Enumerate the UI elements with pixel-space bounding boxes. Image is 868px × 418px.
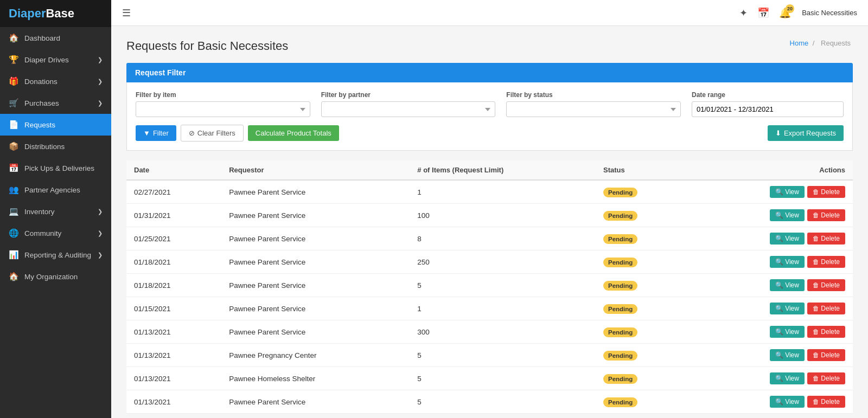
requests-icon: 📄 — [9, 120, 19, 130]
sidebar-item-partner-agencies[interactable]: 👥 Partner Agencies — [0, 179, 111, 201]
filter-date-range[interactable] — [692, 101, 844, 117]
view-button[interactable]: 🔍 View — [770, 303, 805, 314]
status-badge: Pending — [603, 351, 637, 361]
sidebar-item-distributions[interactable]: 📦 Distributions — [0, 136, 111, 157]
cell-status: Pending — [596, 390, 687, 414]
cell-status: Pending — [596, 250, 687, 274]
sidebar-item-my-organization[interactable]: 🏠 My Organization — [0, 266, 111, 287]
status-badge: Pending — [603, 234, 637, 244]
delete-button[interactable]: 🗑 Delete — [807, 396, 845, 408]
status-badge: Pending — [603, 327, 637, 337]
delete-button[interactable]: 🗑 Delete — [807, 186, 845, 198]
filter-label-status: Filter by status — [506, 91, 681, 99]
sidebar-item-community[interactable]: 🌐 Community ❯ — [0, 222, 111, 244]
breadcrumb-home[interactable]: Home — [790, 39, 809, 47]
breadcrumb-separator: / — [813, 39, 816, 47]
status-badge: Pending — [603, 304, 637, 314]
cell-requestor: Pawnee Parent Service — [221, 320, 410, 344]
sidebar-item-pickups[interactable]: 📅 Pick Ups & Deliveries — [0, 157, 111, 179]
filter-select-item[interactable] — [136, 101, 310, 117]
filter-icon: ▼ — [143, 129, 150, 137]
main-area: ☰ ✦ 📅 🔔 20 Basic Necessities Requests fo… — [111, 0, 868, 418]
view-button[interactable]: 🔍 View — [770, 279, 805, 291]
breadcrumb-current: Requests — [821, 39, 851, 47]
clear-filters-button[interactable]: ⊘ Clear Filters — [181, 125, 244, 142]
sidebar-item-reporting[interactable]: 📊 Reporting & Auditing ❯ — [0, 244, 111, 266]
partner-agencies-icon: 👥 — [9, 185, 19, 195]
notification-icon[interactable]: 🔔 20 — [779, 7, 791, 19]
cell-date: 01/18/2021 — [126, 250, 221, 274]
sidebar-item-label: Purchases — [24, 99, 59, 107]
cell-status: Pending — [596, 180, 687, 204]
table-row: 01/18/2021 Pawnee Parent Service 250 Pen… — [126, 250, 853, 274]
cell-actions: 🔍 View 🗑 Delete — [686, 180, 853, 204]
sidebar-item-donations[interactable]: 🎁 Donations ❯ — [0, 70, 111, 92]
cell-requestor: Pawnee Parent Service — [221, 297, 410, 320]
cell-requestor: Pawnee Parent Service — [221, 250, 410, 274]
magic-icon[interactable]: ✦ — [739, 7, 748, 19]
table-row: 01/13/2021 Pawnee Pregnancy Center 5 Pen… — [126, 344, 853, 367]
hamburger-icon[interactable]: ☰ — [122, 7, 131, 19]
cell-date: 01/15/2021 — [126, 297, 221, 320]
filter-select-status[interactable] — [506, 101, 681, 117]
status-badge: Pending — [603, 258, 637, 267]
filter-select-partner[interactable] — [321, 101, 496, 117]
cell-status: Pending — [596, 297, 687, 320]
filter-label-item: Filter by item — [136, 91, 310, 99]
delete-button[interactable]: 🗑 Delete — [807, 209, 845, 221]
table-row: 01/15/2021 Pawnee Parent Service 1 Pendi… — [126, 297, 853, 320]
view-button[interactable]: 🔍 View — [770, 326, 805, 338]
delete-button[interactable]: 🗑 Delete — [807, 303, 845, 314]
status-badge: Pending — [603, 374, 637, 384]
cell-requestor: Pawnee Homeless Shelter — [221, 367, 410, 390]
row-actions: 🔍 View 🗑 Delete — [694, 186, 845, 198]
sidebar-item-dashboard[interactable]: 🏠 Dashboard — [0, 27, 111, 49]
sidebar-item-purchases[interactable]: 🛒 Purchases ❯ — [0, 92, 111, 114]
cell-actions: 🔍 View 🗑 Delete — [686, 367, 853, 390]
sidebar-item-label: Partner Agencies — [24, 186, 80, 194]
delete-button[interactable]: 🗑 Delete — [807, 279, 845, 291]
view-button[interactable]: 🔍 View — [770, 256, 805, 268]
calendar-icon[interactable]: 📅 — [757, 7, 769, 19]
sidebar-item-label: Pick Ups & Deliveries — [24, 164, 94, 172]
app-logo: DiaperBase — [0, 0, 111, 27]
sidebar-item-requests[interactable]: 📄 Requests — [0, 114, 111, 136]
view-button[interactable]: 🔍 View — [770, 233, 805, 245]
delete-button[interactable]: 🗑 Delete — [807, 349, 845, 361]
delete-button[interactable]: 🗑 Delete — [807, 372, 845, 384]
view-button[interactable]: 🔍 View — [770, 396, 805, 408]
cell-items: 8 — [410, 227, 596, 250]
filter-group-date: Date range — [692, 91, 844, 117]
page-header-row: Requests for Basic Necessites Home / Req… — [126, 39, 853, 53]
delete-button[interactable]: 🗑 Delete — [807, 233, 845, 245]
cell-status: Pending — [596, 344, 687, 367]
sidebar-item-label: Dashboard — [24, 34, 60, 42]
delete-button[interactable]: 🗑 Delete — [807, 326, 845, 338]
filter-group-status: Filter by status — [506, 91, 681, 117]
cell-date: 01/13/2021 — [126, 367, 221, 390]
view-button[interactable]: 🔍 View — [770, 372, 805, 384]
table-row: 01/18/2021 Pawnee Parent Service 5 Pendi… — [126, 274, 853, 297]
export-requests-button[interactable]: ⬇ Export Requests — [768, 125, 844, 141]
col-status: Status — [596, 160, 687, 180]
view-button[interactable]: 🔍 View — [770, 209, 805, 221]
view-button[interactable]: 🔍 View — [770, 186, 805, 198]
sidebar-item-label: Reporting & Auditing — [24, 251, 91, 259]
row-actions: 🔍 View 🗑 Delete — [694, 209, 845, 221]
delete-button[interactable]: 🗑 Delete — [807, 256, 845, 268]
table-body: 02/27/2021 Pawnee Parent Service 1 Pendi… — [126, 180, 853, 414]
topbar: ☰ ✦ 📅 🔔 20 Basic Necessities — [111, 0, 868, 26]
view-button[interactable]: 🔍 View — [770, 349, 805, 361]
calculate-totals-button[interactable]: Calculate Product Totals — [248, 125, 339, 141]
sidebar-item-inventory[interactable]: 💻 Inventory ❯ — [0, 201, 111, 222]
sidebar-item-diaper-drives[interactable]: 🏆 Diaper Drives ❯ — [0, 49, 111, 70]
chevron-right-icon: ❯ — [98, 252, 103, 259]
reporting-icon: 📊 — [9, 250, 19, 260]
chevron-right-icon: ❯ — [98, 100, 103, 107]
filter-button[interactable]: ▼ Filter — [136, 125, 176, 141]
breadcrumb: Home / Requests — [790, 39, 853, 47]
table-header-row: Date Requestor # of Items (Request Limit… — [126, 160, 853, 180]
filter-group-partner: Filter by partner — [321, 91, 496, 117]
cell-actions: 🔍 View 🗑 Delete — [686, 344, 853, 367]
cell-status: Pending — [596, 320, 687, 344]
